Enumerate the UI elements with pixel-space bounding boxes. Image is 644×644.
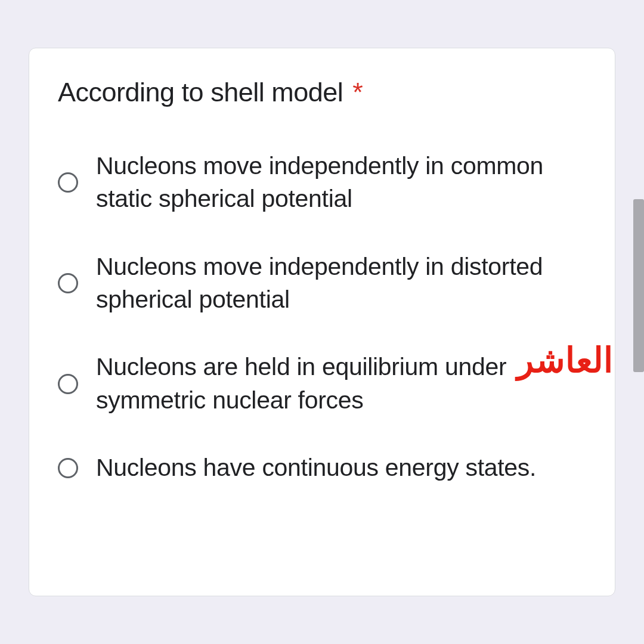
option-row-2[interactable]: Nucleons move independently in distorted…: [58, 250, 586, 317]
option-label: Nucleons are held in equilibrium under s…: [96, 351, 586, 417]
option-row-3[interactable]: Nucleons are held in equilibrium under s…: [58, 351, 586, 417]
radio-icon[interactable]: [58, 458, 78, 478]
option-label: Nucleons move independently in common st…: [96, 150, 586, 216]
option-row-4[interactable]: Nucleons have continuous energy states.: [58, 451, 586, 484]
question-title: According to shell model *: [58, 77, 586, 108]
radio-icon[interactable]: [58, 273, 78, 293]
option-row-1[interactable]: Nucleons move independently in common st…: [58, 150, 586, 216]
overlay-annotation: العاشر: [517, 340, 613, 380]
question-text: According to shell model: [58, 77, 343, 107]
required-marker: *: [352, 77, 363, 107]
scrollbar-thumb[interactable]: [633, 199, 644, 372]
question-card: According to shell model * Nucleons move…: [29, 48, 615, 596]
option-label: Nucleons have continuous energy states.: [96, 451, 536, 484]
option-label: Nucleons move independently in distorted…: [96, 250, 586, 317]
radio-icon[interactable]: [58, 374, 78, 394]
radio-icon[interactable]: [58, 172, 78, 193]
